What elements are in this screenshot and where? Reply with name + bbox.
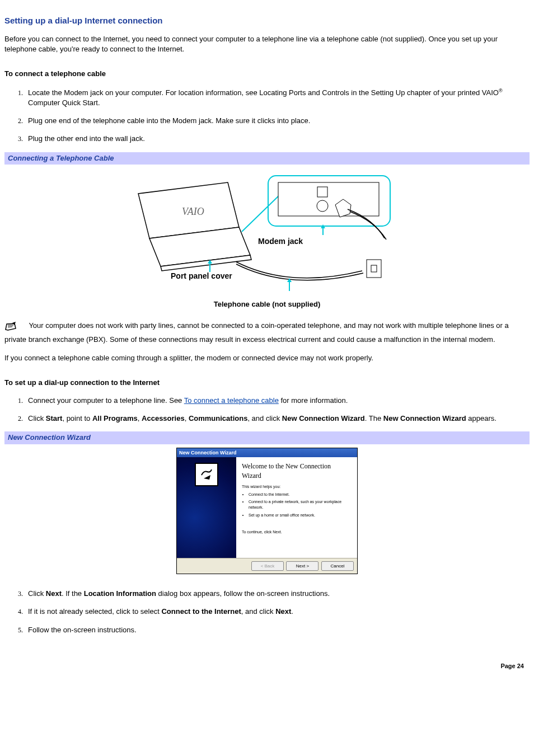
svg-rect-8 (317, 187, 327, 197)
b-location-info: Location Information (84, 589, 156, 598)
note-1-text: Your computer does not work with party l… (4, 321, 509, 344)
t: , (138, 414, 142, 422)
wizard-main: Welcome to the New Connection Wizard Thi… (236, 457, 357, 558)
t: If it is not already selected, click to … (28, 607, 161, 616)
page-title: Setting up a dial-up Internet connection (4, 15, 530, 26)
steps-list-2b: Click Next. If the Location Information … (4, 589, 530, 635)
step-1: Locate the Modem jack on your computer. … (25, 87, 530, 109)
b-new-connection-wizard-2: New Connection Wizard (383, 414, 466, 422)
wizard-back-button: < Back (251, 561, 284, 571)
section-1-title: To connect a telephone cable (4, 69, 530, 79)
wizard-side-icon (195, 463, 218, 486)
step2-4: If it is not already selected, click to … (25, 607, 530, 617)
wizard-bullet-1: Connect to the Internet. (249, 492, 352, 497)
figure-1: VAIO Port panel cover Modem jack (4, 166, 530, 309)
wizard-welcome: Welcome to the New Connection Wizard (242, 462, 352, 481)
b-start: Start (46, 414, 63, 422)
note-icon (4, 322, 17, 335)
step2-5: Follow the on-screen instructions. (25, 625, 530, 635)
figure-1-caption: Telephone cable (not supplied) (121, 299, 413, 309)
section-2-title: To set up a dial-up connection to the In… (4, 378, 530, 388)
t: , (185, 414, 189, 422)
svg-rect-7 (278, 182, 379, 216)
telephone-cable-diagram: VAIO Port panel cover Modem jack (121, 166, 413, 294)
figure-band-1: Connecting a Telephone Cable (4, 152, 530, 165)
step2-1a: Connect your computer to a telephone lin… (28, 396, 184, 405)
t: Click (28, 414, 46, 422)
b-new-connection-wizard: New Connection Wizard (282, 414, 365, 422)
svg-rect-14 (371, 265, 377, 272)
step-1-text-a: Locate the Modem jack on your computer. … (28, 88, 499, 97)
b-next: Next (46, 589, 62, 598)
steps-list-1: Locate the Modem jack on your computer. … (4, 87, 530, 144)
step-1-text-b: Computer Quick Start. (28, 98, 100, 107)
b-accessories: Accessories (142, 414, 185, 422)
step-2: Plug one end of the telephone cable into… (25, 116, 530, 126)
b-allprograms: All Programs (92, 414, 138, 422)
page-number: Page 24 (4, 662, 530, 670)
step2-3: Click Next. If the Location Information … (25, 589, 530, 599)
t: . (291, 607, 293, 616)
label-port-panel: Port panel cover (171, 271, 232, 280)
b-next-2: Next (275, 607, 291, 616)
step2-1b: for more information. (279, 396, 348, 405)
t: . If the (62, 589, 84, 598)
label-modem-jack: Modem jack (258, 237, 303, 246)
wizard-sidebar (177, 457, 236, 558)
wizard-bullet-3: Set up a home or small office network. (249, 513, 352, 518)
t: , point to (62, 414, 92, 422)
step2-1: Connect your computer to a telephone lin… (25, 396, 530, 406)
t: dialog box appears, follow the on-screen… (156, 589, 330, 598)
intro-paragraph: Before you can connect to the Internet, … (4, 34, 530, 54)
b-connect-internet: Connect to the Internet (161, 607, 241, 616)
step2-2: Click Start, point to All Programs, Acce… (25, 414, 530, 424)
note-paragraph-1: Your computer does not work with party l… (4, 321, 530, 345)
svg-point-9 (317, 200, 328, 212)
figure-band-2: New Connection Wizard (4, 431, 530, 444)
t: . The (365, 414, 383, 422)
t: Click (28, 589, 46, 598)
wizard-bullet-2: Connect to a private network, such as yo… (249, 499, 352, 510)
t: , and click (241, 607, 275, 616)
b-communications: Communications (189, 414, 247, 422)
note-paragraph-2: If you connect a telephone cable coming … (4, 353, 530, 363)
wizard-titlebar: New Connection Wizard (177, 448, 357, 458)
link-connect-cable[interactable]: To connect a telephone cable (184, 396, 279, 405)
registered-mark: ® (499, 88, 503, 93)
t: , and click (247, 414, 282, 422)
wizard-next-button: Next > (286, 561, 318, 571)
wizard-helps: This wizard helps you: (242, 484, 352, 490)
t: appears. (466, 414, 496, 422)
wizard-continue: To continue, click Next. (242, 529, 352, 535)
step-3: Plug the other end into the wall jack. (25, 134, 530, 144)
wizard-footer: < Back Next > Cancel (177, 558, 357, 574)
svg-marker-16 (287, 278, 292, 282)
wizard-cancel-button: Cancel (321, 561, 354, 571)
steps-list-2: Connect your computer to a telephone lin… (4, 396, 530, 424)
wizard-screenshot: New Connection Wizard Welcome to the New… (176, 448, 358, 575)
laptop-brand-text: VAIO (182, 206, 204, 217)
